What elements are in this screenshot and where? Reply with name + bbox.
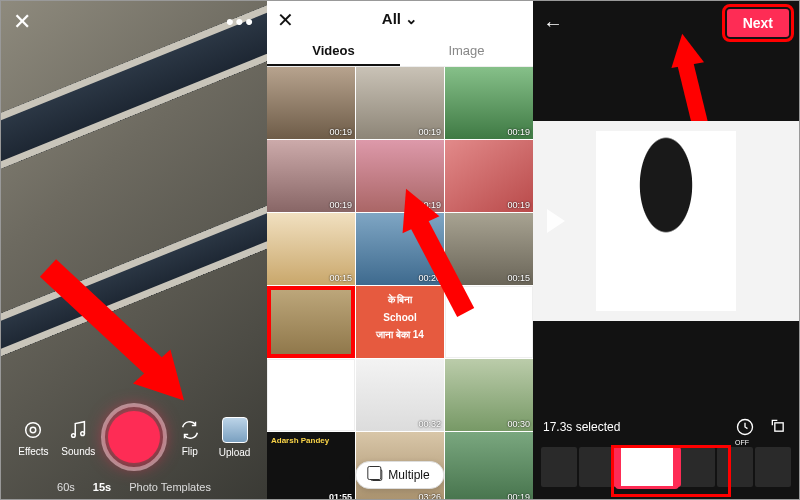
camera-screen: ✕ ••• Effects Sounds Flip [1,1,267,499]
svg-point-0 [26,422,41,437]
grid-item[interactable]: 00:30 [445,359,533,431]
upload-icon [222,417,248,443]
play-icon [547,209,565,233]
mode-row: 60s 15s Photo Templates [5,481,263,493]
annotation-arrow [31,251,201,421]
upload-button[interactable]: Upload [212,417,257,458]
grid-item[interactable]: 00:32 [356,359,444,431]
grid-item[interactable]: 00:19 [356,67,444,139]
grid-item[interactable]: 00:19 [267,67,355,139]
timeline-clip[interactable] [755,447,791,487]
grid-item[interactable]: Adarsh Pandey01:55 [267,432,355,499]
timeline-clip[interactable] [579,447,615,487]
svg-rect-5 [775,423,783,431]
music-icon [66,418,90,442]
timeline-clip[interactable] [541,447,577,487]
duration-label: 17.3s selected [543,420,620,434]
sounds-label: Sounds [61,446,95,457]
mode-60s[interactable]: 60s [57,481,75,493]
svg-point-3 [81,431,85,435]
back-icon[interactable]: ← [543,12,563,35]
multiple-icon [370,469,382,481]
upload-label: Upload [219,447,251,458]
album-dropdown[interactable]: All ⌄ [382,10,418,28]
editor-screen: ← Next 17.3s selected OFF [533,1,799,499]
video-preview[interactable] [533,121,799,321]
speed-icon[interactable]: OFF [735,417,755,437]
multiple-button[interactable]: Multiple [355,461,444,489]
chevron-down-icon: ⌄ [405,10,418,27]
preview-figure [596,131,736,311]
more-icon[interactable]: ••• [226,9,255,35]
timeline-clip[interactable] [717,447,753,487]
timeline[interactable] [533,441,799,493]
flip-icon [178,418,202,442]
close-icon[interactable]: ✕ [13,9,31,35]
grid-item[interactable]: 00:15 [267,213,355,285]
tab-image[interactable]: Image [400,37,533,66]
rotate-icon[interactable] [769,417,789,437]
gallery-screen: ✕ All ⌄ Videos Image 00:19 00:19 00:19 0… [267,1,533,499]
mode-15s[interactable]: 15s [93,481,111,493]
grid-item[interactable] [267,359,355,431]
svg-point-1 [31,427,37,433]
close-icon[interactable]: ✕ [277,8,294,32]
grid-item-selected[interactable] [267,286,355,358]
effects-button[interactable]: Effects [11,418,56,457]
grid-item[interactable]: 00:19 [445,432,533,499]
grid-item[interactable]: 00:19 [267,140,355,212]
flip-label: Flip [182,446,198,457]
timeline-clip-selected[interactable] [617,447,677,487]
svg-point-2 [72,433,76,437]
flip-button[interactable]: Flip [167,418,212,457]
sounds-button[interactable]: Sounds [56,418,101,457]
multiple-label: Multiple [388,468,429,482]
tab-videos[interactable]: Videos [267,37,400,66]
grid-item[interactable]: 00:19 [445,67,533,139]
mode-templates[interactable]: Photo Templates [129,481,211,493]
timeline-clip[interactable] [679,447,715,487]
effects-icon [21,418,45,442]
next-button[interactable]: Next [727,9,789,37]
effects-label: Effects [18,446,48,457]
